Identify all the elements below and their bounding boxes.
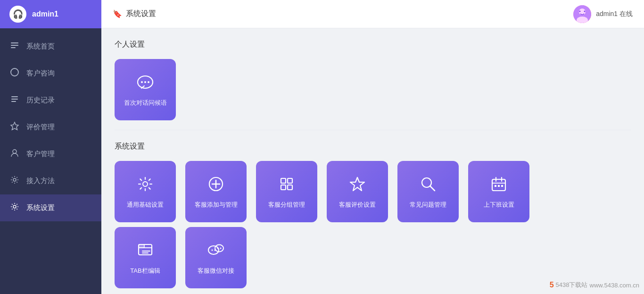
watermark: 5 5438下载站 www.5438.com.cn [550, 281, 639, 289]
sidebar-item-consult[interactable]: 客户咨询 [0, 60, 101, 87]
svg-rect-27 [288, 185, 292, 190]
svg-point-8 [13, 150, 17, 153]
sidebar-item-home-label: 系统首页 [26, 42, 55, 51]
svg-point-45 [212, 249, 213, 251]
watermark-text: 5438下载站 [556, 281, 588, 289]
card-schedule[interactable]: 上下班设置 [468, 161, 529, 222]
svg-rect-2 [11, 47, 16, 48]
history-icon [9, 94, 20, 106]
svg-point-19 [148, 81, 149, 83]
sidebar-item-customer[interactable]: 客户管理 [0, 141, 101, 168]
topbar: 🔖 系统设置 admin1 在线 [101, 0, 644, 28]
customer-icon [9, 148, 20, 160]
svg-rect-39 [139, 244, 144, 248]
gear-icon [136, 175, 155, 196]
svg-point-46 [215, 249, 216, 251]
system-section: 系统设置 通用基础设置 [115, 142, 631, 288]
card-general[interactable]: 通用基础设置 [115, 161, 176, 222]
system-section-title: 系统设置 [115, 142, 631, 151]
card-group-label: 客服分组管理 [268, 201, 305, 209]
sidebar-item-customer-label: 客户管理 [26, 150, 55, 159]
card-tab-label: TAB栏编辑 [130, 267, 160, 275]
star-outline-icon [348, 175, 367, 196]
svg-point-20 [143, 182, 148, 186]
sidebar-item-consult-label: 客户咨询 [26, 69, 55, 78]
sidebar-item-evaluation-label: 评价管理 [26, 123, 55, 132]
sidebar-item-home[interactable]: 系统首页 [0, 33, 101, 60]
svg-rect-6 [11, 101, 16, 102]
sidebar-item-history-label: 历史记录 [26, 96, 55, 105]
svg-line-30 [430, 186, 435, 191]
svg-marker-7 [11, 122, 18, 130]
svg-rect-25 [288, 178, 292, 183]
card-evaluation-set[interactable]: 客服评价设置 [327, 161, 388, 222]
sidebar-nav: 系统首页 客户咨询 历史记录 评价管理 客户管理 [0, 28, 101, 294]
card-schedule-label: 上下班设置 [484, 201, 514, 209]
tab-icon [136, 241, 155, 262]
personal-section-title: 个人设置 [115, 40, 631, 50]
svg-rect-37 [501, 185, 503, 187]
access-icon [9, 175, 20, 187]
svg-rect-4 [11, 96, 18, 97]
svg-rect-0 [11, 42, 18, 43]
user-avatar [573, 5, 591, 23]
svg-point-17 [141, 81, 143, 83]
page-title-area: 🔖 系统设置 [113, 9, 156, 19]
card-add-staff[interactable]: 客服添加与管理 [185, 161, 247, 222]
svg-point-47 [217, 247, 219, 249]
plus-circle-icon [206, 175, 225, 196]
card-evaluation-label: 客服评价设置 [339, 201, 376, 209]
chat-icon [136, 73, 155, 94]
system-cards-row-1: 通用基础设置 客服添加与管理 [115, 161, 631, 222]
system-cards-row-2: TAB栏编辑 客服微信对接 [115, 227, 631, 288]
sidebar-item-settings-label: 系统设置 [26, 203, 55, 212]
svg-rect-26 [281, 185, 286, 190]
svg-point-10 [13, 205, 16, 208]
watermark-number: 5 [550, 281, 554, 289]
home-icon [9, 41, 20, 52]
user-status: admin1 在线 [596, 10, 633, 18]
svg-point-14 [579, 10, 581, 12]
card-add-staff-label: 客服添加与管理 [195, 201, 238, 209]
card-wechat[interactable]: 客服微信对接 [185, 227, 247, 288]
star-icon [9, 121, 20, 133]
sidebar-item-access-label: 接入方法 [26, 176, 55, 185]
headset-icon: 🎧 [9, 6, 26, 23]
card-general-label: 通用基础设置 [127, 201, 164, 209]
sidebar: 🎧 admin1 系统首页 客户咨询 历史记录 [0, 0, 101, 294]
topbar-user: admin1 在线 [573, 5, 633, 23]
svg-marker-28 [350, 177, 364, 191]
settings-icon [9, 202, 20, 214]
watermark-domain: www.5438.com.cn [590, 282, 640, 289]
svg-point-18 [144, 81, 146, 83]
sidebar-item-access[interactable]: 接入方法 [0, 168, 101, 194]
main-area: 🔖 系统设置 admin1 在线 个人设置 [101, 0, 644, 294]
card-tab-edit[interactable]: TAB栏编辑 [115, 227, 176, 288]
bookmark-icon: 🔖 [113, 9, 122, 18]
svg-point-43 [208, 246, 219, 254]
page-title: 系统设置 [126, 9, 156, 19]
consult-icon [9, 67, 20, 79]
card-faq[interactable]: 常见问题管理 [397, 161, 459, 222]
card-faq-label: 常见问题管理 [410, 201, 446, 209]
main-content: 个人设置 首次对话问候语 [101, 28, 644, 294]
card-first-greeting-label: 首次对话问候语 [124, 99, 167, 107]
search-icon [419, 175, 438, 196]
sidebar-item-evaluation[interactable]: 评价管理 [0, 114, 101, 141]
svg-point-44 [215, 244, 223, 252]
svg-rect-35 [495, 185, 496, 187]
card-first-greeting[interactable]: 首次对话问候语 [115, 59, 176, 120]
svg-point-15 [584, 10, 586, 12]
svg-rect-1 [11, 45, 18, 46]
svg-point-48 [220, 247, 222, 249]
sidebar-item-history[interactable]: 历史记录 [0, 87, 101, 114]
svg-rect-24 [281, 178, 286, 183]
personal-section: 个人设置 首次对话问候语 [115, 40, 631, 120]
calendar-icon [489, 175, 508, 196]
card-wechat-label: 客服微信对接 [198, 267, 234, 275]
sidebar-header: 🎧 admin1 [0, 0, 101, 28]
personal-cards-row: 首次对话问候语 [115, 59, 631, 120]
sidebar-item-settings[interactable]: 系统设置 [0, 194, 101, 221]
grid-icon [277, 175, 296, 196]
card-group[interactable]: 客服分组管理 [256, 161, 317, 222]
